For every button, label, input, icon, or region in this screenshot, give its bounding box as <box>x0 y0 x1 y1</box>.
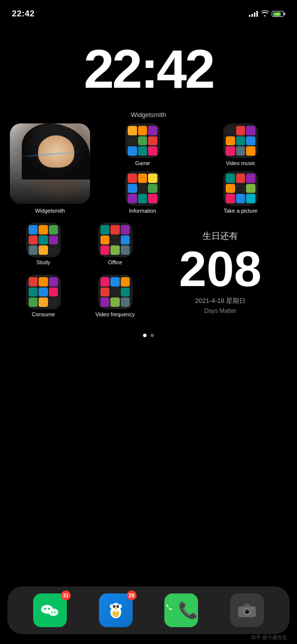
svg-point-9 <box>113 605 115 608</box>
office-folder-label: Office <box>108 259 122 265</box>
office-folder[interactable]: Office <box>82 223 148 270</box>
days-matter-app-name: Days Matter <box>204 307 237 314</box>
information-folder[interactable]: Information <box>96 171 189 214</box>
video-frequency-folder-label: Video frequency <box>96 311 135 317</box>
study-folder[interactable]: Study <box>10 223 77 270</box>
camera-icon[interactable] <box>230 593 264 627</box>
svg-point-8 <box>111 603 120 612</box>
take-picture-folder[interactable]: Take a picture <box>194 171 287 214</box>
video-music-folder-label: Video music <box>226 160 255 166</box>
dock: 31 28 <box>7 586 290 634</box>
svg-point-3 <box>49 609 58 616</box>
dock-camera[interactable] <box>230 593 264 627</box>
take-picture-folder-label: Take a picture <box>224 208 257 214</box>
wifi-icon <box>261 10 269 18</box>
video-music-folder[interactable]: Video music <box>194 123 287 166</box>
app-grid-section: Study Office <box>0 223 297 322</box>
consume-folder-icon[interactable] <box>26 275 61 309</box>
svg-point-11 <box>113 605 114 606</box>
left-apps: Study Office <box>10 223 148 322</box>
information-folder-label: Information <box>129 208 156 214</box>
signal-icon <box>249 11 258 17</box>
page-dot-2 <box>150 334 154 337</box>
page-indicators <box>0 334 297 337</box>
svg-point-4 <box>51 612 53 613</box>
game-folder[interactable]: Game <box>96 123 189 166</box>
svg-point-10 <box>116 605 119 608</box>
status-bar: 22:42 ⚡ <box>0 0 297 22</box>
dock-phone[interactable]: 📞 <box>164 593 198 627</box>
study-folder-label: Study <box>36 259 50 265</box>
information-folder-icon[interactable] <box>125 171 160 206</box>
widgetsmith-photo-label: Widgetsmith <box>35 208 65 214</box>
svg-point-23 <box>250 607 252 609</box>
right-folders: Game Video music <box>96 123 287 214</box>
svg-marker-18 <box>244 603 250 606</box>
video-music-folder-icon[interactable] <box>223 123 258 158</box>
take-picture-folder-icon[interactable] <box>223 171 258 206</box>
status-time: 22:42 <box>12 9 35 19</box>
video-frequency-folder[interactable]: Video frequency <box>82 275 148 322</box>
days-matter[interactable]: 生日还有 208 2021-4-18 星期日 Days Matter <box>171 223 270 322</box>
svg-point-2 <box>48 608 50 610</box>
widgetsmith-photo-folder[interactable]: Widgetsmith <box>10 123 90 214</box>
clock-display: 22:42 <box>0 42 297 96</box>
study-folder-icon[interactable] <box>26 223 61 257</box>
widget-row: Widgetsmith Game <box>10 123 287 214</box>
status-icons: ⚡ <box>249 10 285 18</box>
page-dot-1 <box>143 334 147 337</box>
svg-point-15 <box>119 604 122 608</box>
battery-icon: ⚡ <box>272 11 285 17</box>
svg-point-13 <box>114 608 117 610</box>
qq-badge: 28 <box>127 590 137 600</box>
office-folder-icon[interactable] <box>98 223 133 257</box>
dock-qq[interactable]: 28 <box>99 593 133 627</box>
video-frequency-folder-icon[interactable] <box>98 275 133 309</box>
svg-point-1 <box>44 608 46 610</box>
consume-folder[interactable]: Consume <box>10 275 77 322</box>
photo-widget[interactable] <box>10 123 90 204</box>
days-matter-title: 生日还有 <box>202 230 238 242</box>
days-matter-number: 208 <box>179 244 262 293</box>
svg-point-5 <box>54 612 56 613</box>
widgetsmith-label: Widgetsmith <box>10 111 287 118</box>
game-folder-label: Game <box>135 160 150 166</box>
svg-point-14 <box>110 604 113 608</box>
phone-icon[interactable]: 📞 <box>164 593 198 627</box>
widget-section: Widgetsmith Widgetsmith <box>0 111 297 214</box>
consume-folder-label: Consume <box>32 311 55 317</box>
days-matter-date: 2021-4-18 星期日 <box>195 296 246 305</box>
wechat-badge: 31 <box>61 590 71 600</box>
svg-point-22 <box>246 610 247 611</box>
dock-wechat[interactable]: 31 <box>33 593 67 627</box>
svg-point-12 <box>117 605 118 606</box>
days-matter-widget[interactable]: 生日还有 208 2021-4-18 星期日 Days Matter <box>148 223 287 322</box>
game-folder-icon[interactable] <box>125 123 160 158</box>
watermark: 知乎 @小鹿先生 <box>251 634 287 641</box>
